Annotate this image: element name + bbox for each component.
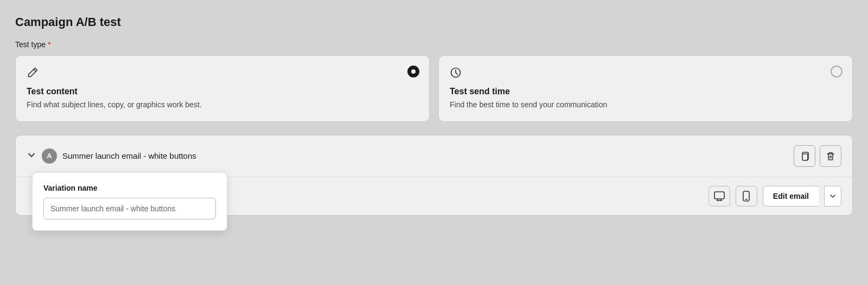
edit-email-button[interactable]: Edit email bbox=[763, 186, 819, 206]
svg-line-0 bbox=[34, 69, 36, 72]
test-send-time-description: Find the best time to send your communic… bbox=[450, 100, 841, 111]
variation-name-label: Summer launch email - white buttons bbox=[62, 151, 196, 160]
test-type-row: Test content Find what subject lines, co… bbox=[15, 55, 853, 122]
test-send-time-radio[interactable] bbox=[831, 66, 843, 77]
variation-header-actions bbox=[794, 145, 841, 167]
copy-variation-button[interactable] bbox=[794, 145, 815, 167]
required-indicator: * bbox=[48, 40, 50, 49]
variation-header-left: A Summer launch email - white buttons bbox=[27, 148, 787, 164]
delete-variation-button[interactable] bbox=[820, 145, 841, 167]
test-content-radio[interactable] bbox=[407, 66, 419, 77]
test-send-time-card[interactable]: Test send time Find the best time to sen… bbox=[438, 55, 853, 122]
variation-name-field-label: Variation name bbox=[43, 184, 216, 192]
test-content-description: Find what subject lines, copy, or graphi… bbox=[27, 100, 418, 111]
pencil-icon bbox=[27, 67, 418, 81]
edit-email-dropdown-button[interactable] bbox=[824, 186, 841, 206]
test-send-time-title: Test send time bbox=[450, 87, 841, 96]
variation-avatar: A bbox=[42, 148, 57, 164]
chevron-down-icon[interactable] bbox=[27, 150, 36, 162]
test-content-card[interactable]: Test content Find what subject lines, co… bbox=[15, 55, 430, 122]
variation-header: A Summer launch email - white buttons bbox=[16, 135, 852, 177]
page-title: Campaign A/B test bbox=[15, 15, 853, 29]
mobile-view-button[interactable] bbox=[736, 186, 757, 206]
variation-section: A Summer launch email - white buttons bbox=[15, 135, 853, 216]
clock-icon bbox=[450, 67, 841, 81]
svg-rect-5 bbox=[714, 192, 724, 199]
variation-name-dropdown: Variation name bbox=[32, 172, 227, 231]
test-content-title: Test content bbox=[27, 87, 418, 96]
desktop-view-button[interactable] bbox=[709, 186, 730, 206]
test-type-label: Test type * bbox=[15, 40, 853, 49]
variation-name-input[interactable] bbox=[43, 198, 216, 219]
